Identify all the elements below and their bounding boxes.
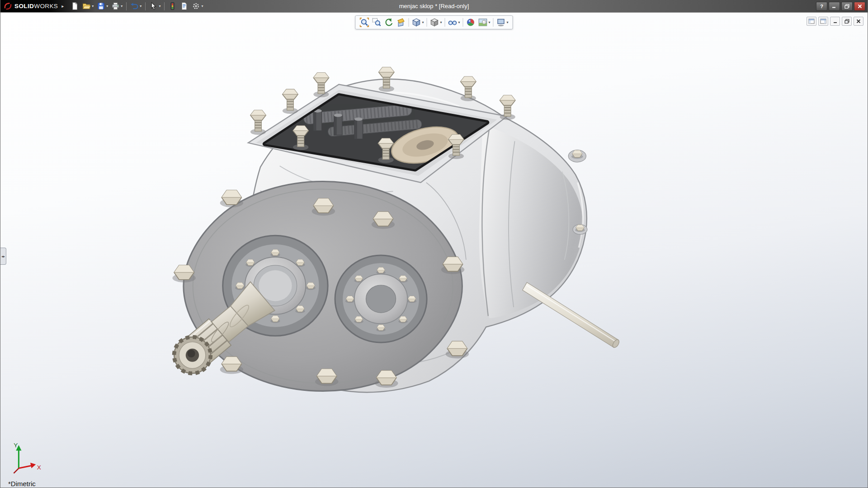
output-bearing-cover xyxy=(335,255,427,343)
edit-appearance-ball-icon xyxy=(466,18,476,27)
gearbox-3d-model[interactable]: Y X xyxy=(0,13,868,488)
dropdown-arrow-icon[interactable]: ▾ xyxy=(159,5,160,8)
open-button[interactable]: ▾ xyxy=(81,1,95,11)
dropdown-arrow-icon[interactable]: ▾ xyxy=(92,5,94,8)
output-shaft xyxy=(523,282,621,349)
toolbar-separator xyxy=(444,18,445,27)
select-button[interactable]: ▾ xyxy=(148,1,162,11)
orientation-triad: Y X xyxy=(14,442,41,473)
options-gear-icon xyxy=(192,2,200,10)
toolbar-separator xyxy=(426,18,427,27)
view-orientation-label: *Dimetric xyxy=(8,480,36,488)
x-axis-label: X xyxy=(37,464,41,471)
doc-close-icon xyxy=(856,19,861,23)
minimize-button[interactable] xyxy=(829,2,840,11)
maximize-button[interactable] xyxy=(841,2,853,11)
doc-restore-icon xyxy=(844,19,849,23)
toolbar-separator xyxy=(408,18,409,27)
zoom-to-fit-icon xyxy=(359,18,369,27)
new-document-button[interactable] xyxy=(69,1,80,11)
doc-minimize-icon xyxy=(833,19,838,23)
solidworks-logo: SOLIDWORKS xyxy=(0,2,61,10)
window-controls: ? xyxy=(816,2,868,11)
previous-view-icon xyxy=(384,18,393,27)
close-button[interactable] xyxy=(854,2,865,11)
print-icon xyxy=(111,2,120,10)
y-axis-label: Y xyxy=(14,442,18,449)
print-button[interactable]: ▾ xyxy=(110,1,124,11)
options-button[interactable]: ▾ xyxy=(190,1,204,11)
doc-restore-button[interactable] xyxy=(842,17,852,26)
apply-scene-button[interactable]: ▾ xyxy=(477,17,492,28)
zoom-to-fit-button[interactable] xyxy=(358,17,370,28)
file-properties-button[interactable] xyxy=(179,1,190,11)
display-pane-icon xyxy=(820,19,826,24)
heads-up-view-toolbar: ▾ ▾ ▾ xyxy=(355,15,513,29)
apply-scene-icon xyxy=(478,18,488,27)
dropdown-arrow-icon[interactable]: ▾ xyxy=(440,21,442,24)
save-button[interactable]: ▾ xyxy=(95,1,109,11)
toolbar-separator xyxy=(145,2,146,10)
brand-text: SOLIDWORKS xyxy=(14,3,58,9)
solidworks-logo-icon xyxy=(4,2,12,10)
doc-close-button[interactable] xyxy=(854,17,863,26)
hide-show-items-button[interactable]: ▾ xyxy=(446,17,461,28)
select-cursor-icon xyxy=(149,2,158,10)
dropdown-arrow-icon[interactable]: ▾ xyxy=(507,21,509,24)
dropdown-arrow-icon[interactable]: ▾ xyxy=(106,5,108,8)
new-document-icon xyxy=(71,2,79,10)
collapse-arrow-icon: ◂▸ xyxy=(1,254,5,258)
edit-appearance-button[interactable] xyxy=(465,17,477,28)
section-view-button[interactable] xyxy=(395,17,407,28)
menu-expand-icon[interactable]: ▸ xyxy=(61,4,64,9)
display-style-icon xyxy=(429,18,439,27)
feature-pane-toggle-button[interactable] xyxy=(807,17,816,26)
toolbar-separator xyxy=(493,18,494,27)
title-bar: SOLIDWORKS ▸ ▾ xyxy=(0,0,868,13)
dropdown-arrow-icon[interactable]: ▾ xyxy=(201,5,203,8)
save-floppy-icon xyxy=(97,2,105,10)
main-toolbar: ▾ ▾ ▾ xyxy=(69,1,204,11)
document-window-controls xyxy=(807,17,863,26)
toolbar-separator xyxy=(126,2,127,10)
view-orientation-button[interactable]: ▾ xyxy=(410,17,425,28)
open-folder-icon xyxy=(82,2,91,10)
display-pane-toggle-button[interactable] xyxy=(818,17,828,26)
x-axis-arrow xyxy=(30,463,36,468)
toolbar-separator xyxy=(463,18,463,27)
undo-arrow-icon xyxy=(130,2,139,10)
view-orientation-cube-icon xyxy=(411,18,421,27)
previous-view-button[interactable] xyxy=(382,17,395,28)
hide-show-glasses-icon xyxy=(448,18,457,27)
view-settings-icon xyxy=(496,18,506,27)
zoom-to-area-button[interactable] xyxy=(370,17,382,28)
graphics-viewport[interactable]: Y X xyxy=(0,13,868,488)
window-title: menjac sklop * [Read-only] xyxy=(399,3,469,9)
doc-minimize-button[interactable] xyxy=(830,17,840,26)
file-properties-icon xyxy=(180,2,189,10)
rebuild-button[interactable] xyxy=(167,1,178,11)
dropdown-arrow-icon[interactable]: ▾ xyxy=(458,21,460,24)
feature-pane-icon xyxy=(808,19,815,24)
dropdown-arrow-icon[interactable]: ▾ xyxy=(121,5,123,8)
dropdown-arrow-icon[interactable]: ▾ xyxy=(140,5,142,8)
dropdown-arrow-icon[interactable]: ▾ xyxy=(489,21,491,24)
zoom-to-area-icon xyxy=(372,18,381,27)
rebuild-traffic-light-icon xyxy=(168,2,177,10)
section-view-icon xyxy=(396,18,406,27)
display-style-button[interactable]: ▾ xyxy=(428,17,443,28)
dropdown-arrow-icon[interactable]: ▾ xyxy=(422,21,424,24)
solidworks-window: SOLIDWORKS ▸ ▾ xyxy=(0,0,868,488)
view-settings-button[interactable]: ▾ xyxy=(495,17,510,28)
close-icon xyxy=(858,4,862,9)
feature-manager-collapse-tab[interactable]: ◂▸ xyxy=(0,248,6,265)
undo-button[interactable]: ▾ xyxy=(129,1,143,11)
toolbar-separator xyxy=(164,2,165,10)
minimize-icon xyxy=(832,4,837,8)
help-button[interactable]: ? xyxy=(816,2,827,11)
maximize-icon xyxy=(844,4,849,9)
